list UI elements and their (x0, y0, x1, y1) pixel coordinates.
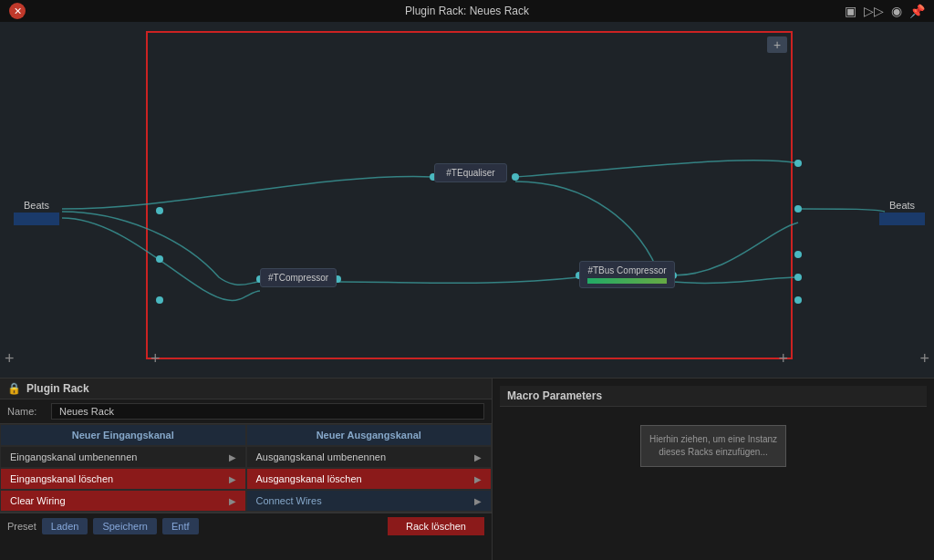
plus-inner-right-bottom[interactable]: + (778, 349, 788, 368)
svg-point-10 (794, 205, 802, 213)
rack-loeschen-button[interactable]: Rack löschen (388, 517, 484, 535)
preset-toolbar: Preset Laden Speichern Entf Rack löschen (0, 513, 492, 539)
rack-border: + (146, 31, 793, 359)
clear-wiring-btn[interactable]: Clear Wiring ▶ (0, 490, 246, 512)
macro-drag-hint[interactable]: Hierhin ziehen, um eine Instanz dieses R… (640, 425, 786, 467)
laden-button[interactable]: Laden (42, 518, 88, 534)
svg-point-11 (794, 251, 802, 258)
plus-left-bottom[interactable]: + (5, 349, 15, 368)
forward-icon[interactable]: ▷▷ (864, 4, 884, 18)
titlebar-icons: ▣ ▷▷ ◉ 📌 (845, 4, 925, 18)
plugin-rack-header: 🔒 Plugin Rack (0, 379, 492, 399)
rename-eingangskanal-btn[interactable]: Eingangskanal umbenennen ▶ (0, 446, 246, 468)
save-icon[interactable]: ▣ (845, 4, 856, 18)
beats-output: Beats (879, 200, 925, 225)
node-tcompressor-label: #TCompressor (268, 273, 328, 283)
plus-inner-left-bottom[interactable]: + (150, 349, 161, 368)
rename-ausgangskanal-btn[interactable]: Ausgangskanal umbenennen ▶ (246, 446, 493, 468)
preset-label: Preset (7, 521, 36, 532)
beats-input: Beats (14, 200, 59, 225)
bottom-panel: 🔒 Plugin Rack Name: Neuer Eingangskanal … (0, 378, 934, 560)
delete-ausgangskanal-btn[interactable]: Ausgangskanal löschen ▶ (246, 468, 493, 490)
plus-right-bottom[interactable]: + (919, 349, 929, 368)
entf-button[interactable]: Entf (162, 518, 199, 534)
add-plugin-button[interactable]: + (767, 36, 787, 53)
close-button[interactable]: ✕ (9, 3, 26, 19)
plugin-rack-canvas[interactable]: Beats Beats + (0, 22, 934, 378)
beats-bar-left (14, 213, 59, 225)
left-panel: 🔒 Plugin Rack Name: Neuer Eingangskanal … (0, 379, 493, 560)
arrow-icon: ▶ (474, 474, 482, 484)
plugin-rack-title: Plugin Rack (26, 382, 89, 395)
node-tequaliser-label: #TEqualiser (446, 168, 494, 178)
eye-icon[interactable]: ◉ (891, 4, 902, 18)
node-tbuscompressor-label: #TBus Compressor (587, 265, 666, 275)
arrow-icon: ▶ (474, 452, 482, 462)
name-label: Name: (7, 406, 44, 417)
name-row: Name: (0, 399, 492, 424)
node-tequaliser[interactable]: #TEqualiser (434, 163, 507, 182)
speichern-button[interactable]: Speichern (93, 518, 157, 534)
svg-point-12 (794, 274, 802, 281)
arrow-icon: ▶ (229, 496, 236, 506)
svg-point-13 (794, 296, 802, 304)
pin-icon[interactable]: 📌 (909, 4, 925, 18)
arrow-icon: ▶ (474, 496, 482, 506)
delete-eingangskanal-btn[interactable]: Eingangskanal löschen ▶ (0, 468, 246, 490)
window-title: Plugin Rack: Neues Rack (405, 5, 529, 17)
beats-bar-right (879, 213, 925, 225)
new-eingangskanal-btn[interactable]: Neuer Eingangskanal (0, 424, 246, 446)
rack-name-input[interactable] (51, 403, 484, 420)
arrow-icon: ▶ (229, 474, 236, 484)
svg-point-9 (794, 160, 802, 167)
node-tcompressor[interactable]: #TCompressor (260, 268, 337, 287)
channel-buttons-grid: Neuer Eingangskanal Neuer Ausgangskanal … (0, 424, 492, 513)
lock-icon: 🔒 (7, 382, 21, 395)
macro-parameters-header: Macro Parameters (500, 386, 927, 407)
node-tbuscompressor[interactable]: #TBus Compressor (579, 261, 675, 288)
connect-wires-btn[interactable]: Connect Wires ▶ (246, 490, 493, 512)
right-panel: Macro Parameters Hierhin ziehen, um eine… (493, 379, 934, 560)
titlebar: ✕ Plugin Rack: Neues Rack ▣ ▷▷ ◉ 📌 (0, 0, 934, 22)
new-ausgangskanal-btn[interactable]: Neuer Ausgangskanal (246, 424, 493, 446)
arrow-icon: ▶ (229, 452, 236, 462)
